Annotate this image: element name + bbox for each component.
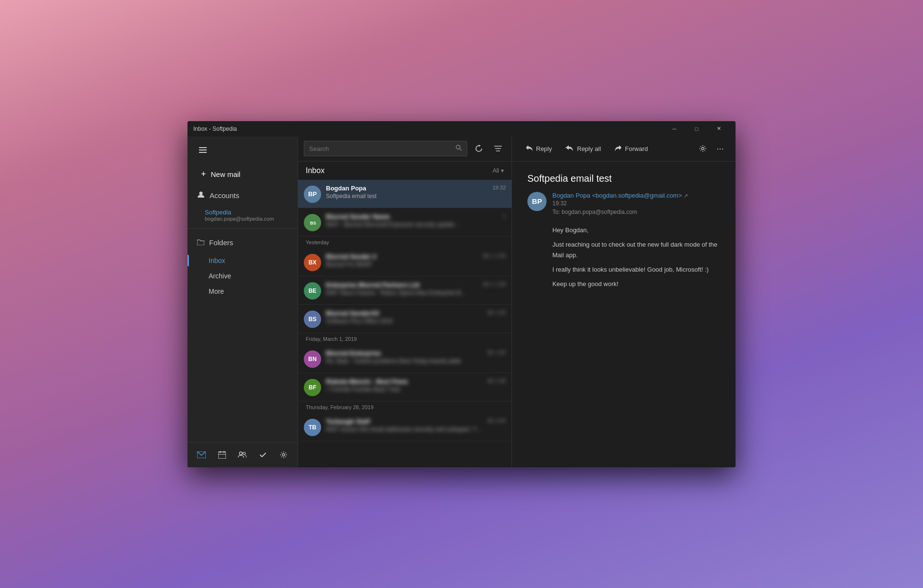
date-separator: Friday, March 1, 2019: [298, 333, 511, 345]
email-scroll[interactable]: BP Bogdan Popa Softpedia email test 19:3…: [298, 180, 511, 467]
email-item[interactable]: BS Blurred SenderXX Software Plus Office…: [298, 305, 511, 333]
folder-archive[interactable]: Archive: [187, 268, 298, 284]
accounts-section[interactable]: Accounts: [187, 185, 298, 206]
accounts-label: Accounts: [210, 191, 239, 200]
email-content-blurred: Blurred Sender Name NIST - Blurred Micro…: [326, 213, 499, 228]
avatar: BS: [304, 214, 321, 231]
accounts-icon: [197, 191, 205, 200]
svg-line-13: [460, 149, 462, 150]
account-email: bogdan.popa@softpedia.com: [205, 216, 288, 222]
title-bar: Inbox - Softpedia ─ □ ✕: [187, 121, 736, 137]
forward-button[interactable]: Forward: [609, 142, 654, 156]
inbox-header: Inbox All ▾: [298, 162, 511, 180]
svg-point-19: [702, 148, 704, 150]
date-separator: Thursday, February 28, 2019: [298, 401, 511, 413]
email-content-blurred: Blurred Enterprise Re: Blad - Turbine pr…: [326, 350, 484, 364]
footer-people-button[interactable]: [233, 445, 252, 464]
email-time: 19:32: [492, 185, 506, 190]
sync-button[interactable]: [471, 141, 486, 156]
email-to: To: bogdan.popa@softpedia.com: [552, 209, 720, 215]
svg-rect-5: [218, 452, 226, 459]
svg-point-3: [200, 191, 203, 195]
svg-rect-2: [199, 152, 207, 153]
filter-chevron: ▾: [501, 167, 504, 174]
account-name[interactable]: Softpedia: [205, 209, 288, 216]
svg-rect-1: [199, 150, 207, 150]
email-item[interactable]: BF Robota Mencin - Best Fines + Fortnite…: [298, 373, 511, 401]
email-sender: Blurred SenderXX: [326, 310, 484, 317]
email-item[interactable]: BX Blurred Sender 2 Blurred For BKMT Blr…: [298, 248, 511, 276]
email-time: Blr 1 1:00: [483, 253, 506, 259]
meta-info: Bogdan Popa <bogdan.softpedia@gmail.com>…: [552, 192, 720, 215]
svg-rect-0: [199, 147, 207, 148]
close-button[interactable]: ✕: [708, 121, 730, 137]
external-link-icon[interactable]: ↗: [684, 193, 688, 199]
footer-mail-button[interactable]: [192, 445, 211, 464]
reply-label: Reply: [536, 145, 552, 152]
folder-inbox[interactable]: Inbox: [187, 253, 298, 268]
email-body: Hey Bogdan, Just reaching out to check o…: [527, 225, 720, 289]
sidebar-divider: [187, 228, 298, 229]
email-item[interactable]: BP Bogdan Popa Softpedia email test 19:3…: [298, 180, 511, 208]
email-sender: Robota Mencin - Best Fines: [326, 378, 484, 385]
email-meta: BP Bogdan Popa <bogdan.softpedia@gmail.c…: [527, 192, 720, 215]
email-sender: Blurred Enterprise: [326, 350, 484, 357]
email-content-blurred: Blurred Sender 2 Blurred For BKMT: [326, 253, 479, 268]
maximize-button[interactable]: □: [686, 121, 708, 137]
avatar: BE: [304, 282, 321, 300]
body-line1: Just reaching out to check out the new f…: [552, 239, 720, 261]
sender-avatar: BP: [527, 192, 547, 211]
folders-section: Folders: [187, 233, 298, 253]
email-item[interactable]: BE Enterprise Blurred Partners Ltd EWT N…: [298, 276, 511, 305]
search-bar[interactable]: [304, 141, 467, 156]
email-content-blurred: Enterprise Blurred Partners Ltd EWT Neon…: [326, 281, 479, 296]
inbox-filter[interactable]: All ▾: [493, 167, 504, 174]
minimize-button[interactable]: ─: [663, 121, 686, 137]
more-button[interactable]: ···: [712, 141, 728, 156]
window-controls: ─ □ ✕: [663, 121, 730, 137]
email-content: Bogdan Popa Softpedia email test: [326, 185, 488, 200]
email-sender: Enterprise Blurred Partners Ltd: [326, 281, 479, 288]
email-content-blurred: Turbaugh Staff NIST Issues Info email ad…: [326, 418, 484, 433]
email-time: Blr 1:00: [487, 310, 506, 315]
body-greeting: Hey Bogdan,: [552, 225, 720, 236]
reply-all-button[interactable]: Reply all: [560, 142, 607, 156]
hamburger-icon[interactable]: [195, 142, 211, 158]
filter-label: All: [493, 167, 499, 174]
email-subject-heading: Softpedia email test: [527, 173, 720, 184]
email-item[interactable]: TB Turbaugh Staff NIST Issues Info email…: [298, 413, 511, 441]
date-separator: Yesterday: [298, 237, 511, 248]
new-mail-label: New mail: [211, 170, 241, 178]
folder-more[interactable]: More: [187, 284, 298, 299]
email-list-toolbar: [298, 137, 511, 162]
search-input[interactable]: [309, 145, 452, 152]
footer-tasks-button[interactable]: [253, 445, 273, 464]
search-icon: [456, 145, 462, 152]
email-sender: Bogdan Popa: [326, 185, 488, 192]
body-line3: Keep up the good work!: [552, 279, 720, 289]
email-subject: Blurred For BKMT: [326, 261, 479, 268]
svg-text:BS: BS: [310, 221, 316, 225]
email-sender: Blurred Sender 2: [326, 253, 479, 260]
email-time: Blr 1 1:08: [483, 281, 506, 287]
new-mail-button[interactable]: + New mail: [191, 163, 294, 185]
settings-button[interactable]: [695, 141, 711, 156]
email-received-time: 19:32: [552, 200, 720, 207]
forward-label: Forward: [625, 145, 648, 152]
footer-calendar-button[interactable]: [212, 445, 232, 464]
email-item[interactable]: BS Blurred Sender Name NIST - Blurred Mi…: [298, 208, 511, 237]
new-mail-icon: +: [201, 169, 206, 179]
filter-icon-button[interactable]: [490, 141, 506, 156]
email-subject: Re: Blad - Turbine problems Best Today b…: [326, 358, 484, 364]
svg-point-11: [282, 454, 285, 456]
reply-button[interactable]: Reply: [520, 142, 558, 156]
sidebar-top: [187, 137, 298, 163]
footer-settings-button[interactable]: [274, 445, 293, 464]
reply-all-label: Reply all: [577, 145, 601, 152]
sender-name-link[interactable]: Bogdan Popa <bogdan.softpedia@gmail.com>: [552, 192, 682, 199]
email-item[interactable]: BN Blurred Enterprise Re: Blad - Turbine…: [298, 345, 511, 373]
email-subject: Software Plus Office 2019: [326, 318, 484, 325]
window-title: Inbox - Softpedia: [193, 125, 663, 132]
email-sender: Blurred Sender Name: [326, 213, 499, 220]
avatar: BF: [304, 379, 321, 396]
